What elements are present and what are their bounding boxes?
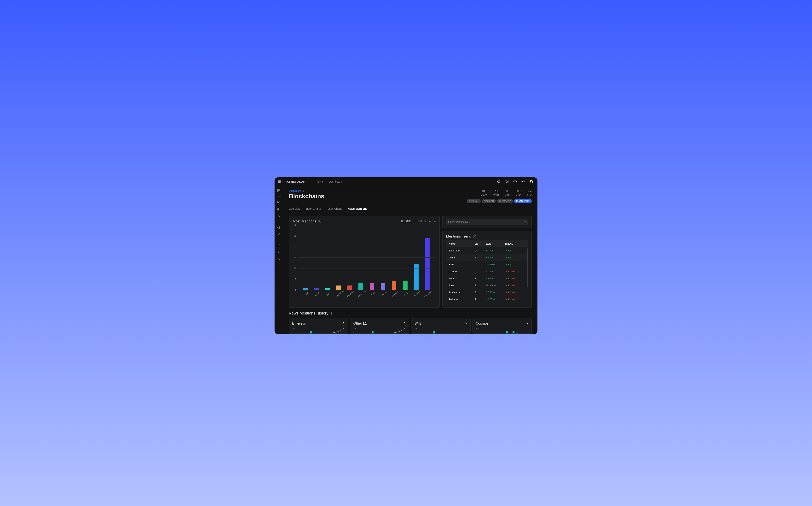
cell-name: Base [449,284,475,287]
svg-rect-6 [279,189,280,190]
bar-ethereum[interactable] [425,238,430,290]
chart-mode-column[interactable]: COLUMN [401,220,412,223]
filter-chips: BULLISHBEARISHHI-IMPACTEX-MAJORS [467,199,532,203]
cell-delta: 37.50% [486,291,505,294]
arrow-right-icon[interactable] [402,321,406,326]
cell-name: BNB [449,263,475,266]
info-icon[interactable]: i [330,312,333,315]
history-card-cosmos[interactable]: Cosmos2.4 [473,318,532,334]
rail-card-icon[interactable] [277,200,281,204]
breadcrumb-root[interactable]: Dashboard [289,189,301,192]
bar-cosmos[interactable] [392,281,396,290]
bar-near[interactable] [303,288,308,290]
cell-7d: 12 [475,256,486,259]
history-card-other-l1[interactable]: Other L110 [350,318,409,334]
cell-name: Other L1 [449,256,475,259]
table-row[interactable]: Avalanche337.50%Down [446,289,528,296]
app-window: TOKENRADAR Pricing Dashboard [275,177,537,334]
cell-name: Ethereum [449,249,475,252]
history-card-title: Other L1 [353,322,367,326]
chip-bullish[interactable]: BULLISH [467,199,481,203]
menu-icon[interactable] [277,180,281,184]
table-row[interactable]: Polkadot240.00%Down [446,296,528,303]
period-90d[interactable]: 90DQTD [516,189,521,197]
arrow-right-icon[interactable] [341,321,345,326]
table-row[interactable]: BNB410.53%Up [446,261,528,268]
chip-bearish[interactable]: BEARISH [482,199,496,203]
chip-hi-impact[interactable]: HI-IMPACT [497,199,513,203]
rail-target-icon[interactable] [277,226,281,229]
trend-title-text: Mentions Trend [446,234,471,239]
table-row[interactable]: Cosmos45.26%Down [446,268,528,275]
account-icon[interactable] [529,180,533,184]
sparkline-bars [485,330,529,333]
table-row[interactable]: Other L1124.45%Up [446,254,528,261]
chip-ex-majors[interactable]: EX-MAJORS [514,199,532,203]
tab-news-mentions[interactable]: News Mentions [347,205,367,213]
col-name[interactable]: Name [449,242,475,245]
period-30d[interactable]: 30DMTD [505,189,510,197]
chart-mode-stacked[interactable]: STACKED [415,220,426,223]
bar-solana[interactable] [381,283,385,290]
period-12m[interactable]: 12MYTD [526,189,532,197]
arrow-right-icon[interactable] [524,321,528,326]
logo-bold: TOKEN [285,180,295,183]
bar-aptos[interactable] [314,288,319,290]
history-card-title: Cosmos [476,322,489,326]
table-row[interactable]: Base3No ValueDown [446,282,528,289]
nav-pricing[interactable]: Pricing [315,180,323,183]
rail-bracket-dollar-icon[interactable] [277,251,281,255]
bar-avalanche[interactable] [359,283,363,290]
filter-blockchains-select[interactable]: Filter Blockchains... [446,219,528,225]
tab-index-charts[interactable]: Index Charts [305,205,321,213]
search-icon[interactable] [497,180,501,184]
history-card-ethereum[interactable]: Ethereum20 [289,318,348,334]
cell-delta: No Value [486,284,505,287]
rail-doc-icon[interactable] [277,233,281,236]
col-delta7d[interactable]: Δ7D [486,242,505,245]
info-icon[interactable]: i [318,220,321,223]
bar-hyperliquid[interactable] [336,285,341,290]
info-icon[interactable] [513,180,517,184]
svg-point-2 [523,181,524,182]
scrollbar-thumb[interactable] [527,248,528,287]
table-row[interactable]: Solana35.97%Down [446,275,528,282]
header-controls: 1DTODAY7DWTD30DMTD90DQTD12MYTD BULLISHBE… [467,189,532,203]
period-1d[interactable]: 1DTODAY [479,189,488,197]
history-card-bnb[interactable]: BNB2.4 [411,318,471,334]
history-title-text: News Mentions History [289,311,328,316]
rail-logout-icon[interactable] [277,258,281,261]
bar-other-l1[interactable] [414,264,419,290]
cursor-click-icon[interactable] [505,180,509,184]
y-tick: 10 [294,267,296,269]
info-icon[interactable]: i [473,235,476,238]
y-tick: 5 [295,278,296,280]
cell-delta: 10.53% [486,263,505,266]
col-trend[interactable]: TREND [505,242,525,245]
history-card-title: Ethereum [292,322,307,326]
period-7d[interactable]: 7DWTD [493,189,499,197]
tab-overview[interactable]: Overview [289,205,300,213]
table-row[interactable]: Ethereum248.77%Up [446,247,528,254]
mentions-trend-panel: Mentions Trend i Name 7D Δ7D TREND [442,231,532,308]
rail-external-icon[interactable] [277,244,281,248]
chart-mode-area[interactable]: AREA [429,220,436,223]
rail-dollar-icon[interactable] [277,214,281,218]
bar-polkadot[interactable] [347,285,352,290]
bar-base[interactable] [370,283,374,290]
breadcrumb-sep: / [303,189,304,192]
history-card-title: BNB [414,322,422,326]
nav-dashboard[interactable]: Dashboard [329,180,342,183]
col-7d[interactable]: 7D [475,242,486,245]
y-tick: 20 [294,245,296,248]
svg-rect-8 [278,191,279,192]
bar-sonic[interactable] [325,288,330,290]
arrow-right-icon[interactable] [463,321,467,326]
tab-token-charts[interactable]: Token Charts [326,205,342,213]
rail-dashboard-icon[interactable] [277,189,281,192]
top-nav: Pricing Dashboard [315,180,342,183]
table-header: Name 7D Δ7D TREND [446,240,528,247]
bar-bnb[interactable] [403,281,408,290]
theme-icon[interactable] [521,180,525,184]
rail-globe-icon[interactable] [277,207,281,211]
